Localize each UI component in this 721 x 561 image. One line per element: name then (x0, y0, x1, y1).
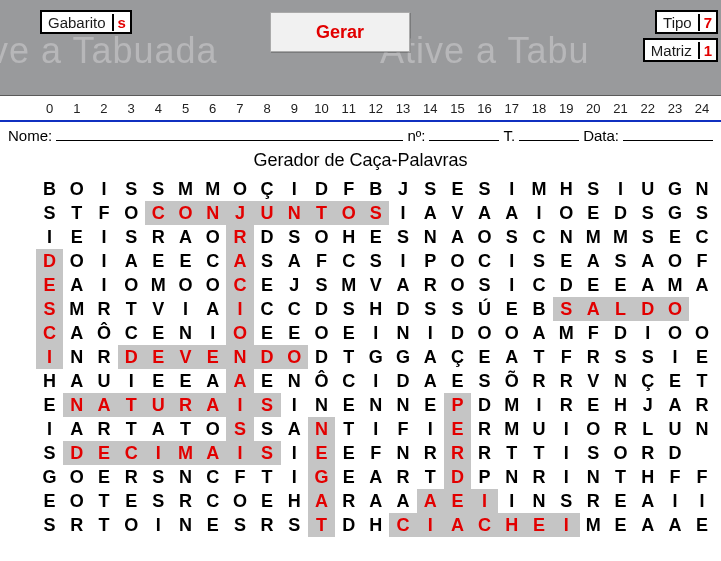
grid-cell: L (634, 417, 661, 441)
grid-cell: E (172, 369, 199, 393)
grid-cell-highlight: E (444, 417, 471, 441)
grid-cell-highlight: C (145, 201, 172, 225)
grid-cell: S (145, 465, 172, 489)
grid-cell: S (145, 177, 172, 201)
grid-cell: A (417, 201, 444, 225)
grid-cell: S (689, 201, 716, 225)
grid-cell: N (308, 393, 335, 417)
grid-cell: O (172, 273, 199, 297)
grid-cell: S (335, 297, 362, 321)
grid-cell: F (226, 465, 253, 489)
grid-cell: A (444, 225, 471, 249)
grid-cell: R (90, 417, 117, 441)
grid-cell: I (36, 417, 63, 441)
grid-cell: O (553, 201, 580, 225)
grid-row: SMRTVIAICCDSHDSSÚEBSALDO (36, 297, 721, 321)
grid-cell: O (63, 465, 90, 489)
ruler-tick: 0 (36, 101, 63, 116)
grid-row: SRTOINESRSTDHCIACHEIMEAAE (36, 513, 721, 537)
grid-cell: E (145, 321, 172, 345)
grid-cell: E (689, 513, 716, 537)
gabarito-field[interactable]: Gabarito s (40, 10, 132, 34)
grid-cell: P (417, 249, 444, 273)
grid-cell: A (63, 369, 90, 393)
grid-cell: A (634, 489, 661, 513)
grid-cell: N (389, 441, 416, 465)
grid-cell: O (226, 489, 253, 513)
numero-field[interactable] (429, 125, 499, 141)
data-field[interactable] (623, 125, 713, 141)
grid-cell-highlight: T (308, 201, 335, 225)
grid-cell: A (389, 273, 416, 297)
grid-cell-highlight: D (36, 249, 63, 273)
gabarito-label: Gabarito (42, 14, 112, 31)
grid-cell: S (471, 369, 498, 393)
grid-cell: S (389, 225, 416, 249)
grid-cell: I (362, 369, 389, 393)
grid-cell: A (281, 417, 308, 441)
grid-cell: R (417, 273, 444, 297)
grid-cell: D (335, 513, 362, 537)
ruler-tick: 10 (308, 101, 335, 116)
grid-cell: D (553, 273, 580, 297)
grid-cell: I (689, 489, 716, 513)
grid-cell: A (145, 417, 172, 441)
grid-cell: A (172, 225, 199, 249)
ruler-tick: 22 (634, 101, 661, 116)
grid-cell: M (553, 321, 580, 345)
ruler-tick: 24 (689, 101, 716, 116)
grid-cell-highlight: C (389, 513, 416, 537)
grid-cell-highlight: D (254, 345, 281, 369)
matriz-field[interactable]: Matriz 1 (643, 38, 718, 62)
grid-cell: N (63, 345, 90, 369)
gerar-button[interactable]: Gerar (270, 12, 410, 52)
grid-cell: A (199, 297, 226, 321)
grid-cell: I (90, 273, 117, 297)
grid-cell-highlight: D (63, 441, 90, 465)
grid-cell: E (580, 273, 607, 297)
tipo-label: Tipo (657, 14, 698, 31)
grid-cell: I (172, 297, 199, 321)
ruler-tick: 20 (580, 101, 607, 116)
grid-cell-highlight: P (444, 393, 471, 417)
grid-cell: N (689, 177, 716, 201)
grid-cell-highlight: A (444, 513, 471, 537)
ruler-tick: 8 (254, 101, 281, 116)
turma-field[interactable] (519, 125, 579, 141)
grid-cell: S (607, 345, 634, 369)
grid-cell: S (36, 513, 63, 537)
grid-cell: E (335, 393, 362, 417)
ruler-tick: 18 (525, 101, 552, 116)
grid-cell: M (335, 273, 362, 297)
grid-cell-highlight: E (444, 489, 471, 513)
grid-row: STFOCONJUNTOSIAVAAIOEDSGS (36, 201, 721, 225)
ruler-tick: 3 (118, 101, 145, 116)
grid-cell: N (172, 321, 199, 345)
ruler-tick: 5 (172, 101, 199, 116)
grid-cell: O (118, 513, 145, 537)
turma-label: T. (503, 127, 515, 144)
grid-cell: I (281, 441, 308, 465)
grid-cell: M (580, 225, 607, 249)
grid-cell: E (417, 393, 444, 417)
grid-cell-highlight: C (118, 441, 145, 465)
grid-cell-highlight: A (417, 489, 444, 513)
tipo-field[interactable]: Tipo 7 (655, 10, 718, 34)
grid-cell: H (362, 513, 389, 537)
ruler-tick: 15 (444, 101, 471, 116)
grid-cell: S (145, 489, 172, 513)
grid-cell: E (335, 465, 362, 489)
top-toolbar: tive a Tabuada Ative a Tabu Gabarito s G… (0, 0, 721, 96)
nome-field[interactable] (56, 125, 403, 141)
grid-cell: S (634, 345, 661, 369)
grid-cell-highlight: C (471, 513, 498, 537)
document-header: Nome: nº: T. Data: (0, 122, 721, 146)
grid-cell: E (281, 321, 308, 345)
grid-cell: I (498, 249, 525, 273)
grid-cell: C (335, 249, 362, 273)
grid-cell: E (254, 489, 281, 513)
ruler-tick: 9 (281, 101, 308, 116)
grid-row: GOERSNCFTIGEARTDPNRINTHFF (36, 465, 721, 489)
grid-cell: T (335, 417, 362, 441)
grid-cell: Ç (634, 369, 661, 393)
